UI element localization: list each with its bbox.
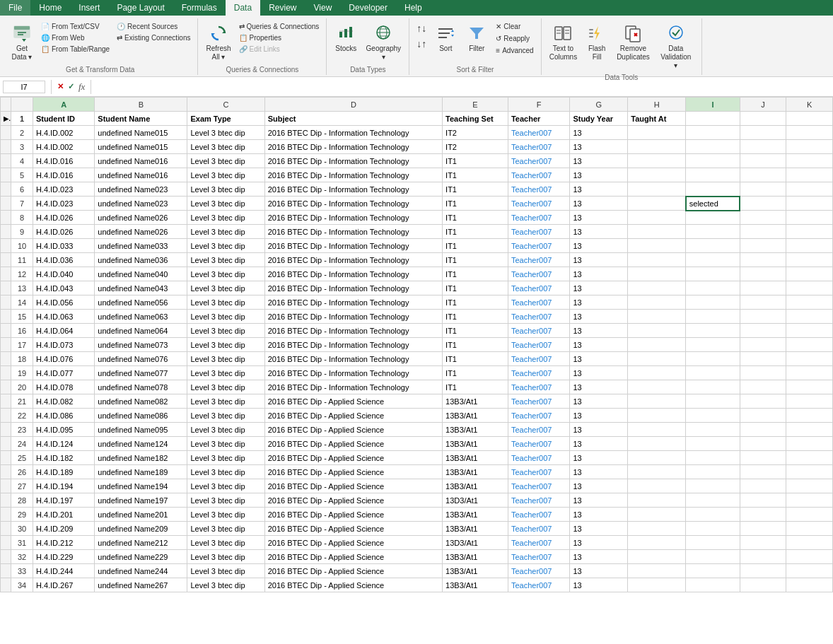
cell-d19[interactable]: 2016 BTEC Dip - Information Technology <box>264 366 442 380</box>
cell-g5[interactable]: 13 <box>570 168 628 182</box>
cell-i21[interactable] <box>686 394 740 409</box>
cell-h10[interactable] <box>628 239 686 253</box>
cell-g13[interactable]: 13 <box>570 281 628 295</box>
cell-d25[interactable]: 2016 BTEC Dip - Applied Science <box>264 451 442 465</box>
cell-a22[interactable]: H.4.ID.086 <box>33 409 94 423</box>
tab-developer[interactable]: Developer <box>340 0 396 16</box>
cell-k21[interactable] <box>786 394 833 409</box>
cell-g11[interactable]: 13 <box>570 253 628 267</box>
cell-b8[interactable]: undefined Name026 <box>95 211 187 225</box>
cell-a30[interactable]: H.4.ID.209 <box>33 522 94 536</box>
cell-d21[interactable]: 2016 BTEC Dip - Applied Science <box>264 394 442 409</box>
cell-g10[interactable]: 13 <box>570 239 628 253</box>
cell-b16[interactable]: undefined Name064 <box>95 324 187 338</box>
cell-k2[interactable] <box>786 126 833 140</box>
cell-g23[interactable]: 13 <box>570 423 628 437</box>
cell-b26[interactable]: undefined Name189 <box>95 465 187 479</box>
filter-button[interactable]: Filter <box>462 20 491 55</box>
cell-e7[interactable]: IT1 <box>443 197 508 211</box>
cell-e25[interactable]: 13B3/At1 <box>443 451 508 465</box>
insert-function-icon[interactable]: fx <box>78 81 85 93</box>
cell-i7[interactable]: selected <box>686 197 740 211</box>
cell-g30[interactable]: 13 <box>570 522 628 536</box>
cell-e26[interactable]: 13B3/At1 <box>443 465 508 479</box>
cell-a4[interactable]: H.4.ID.016 <box>33 154 94 168</box>
cell-k32[interactable] <box>786 550 833 564</box>
cell-i10[interactable] <box>686 239 740 253</box>
cell-e32[interactable]: 13B3/At1 <box>443 550 508 564</box>
cell-a5[interactable]: H.4.ID.016 <box>33 168 94 182</box>
cell-a19[interactable]: H.4.ID.077 <box>33 366 94 380</box>
cell-k33[interactable] <box>786 564 833 578</box>
cell-k5[interactable] <box>786 168 833 182</box>
cell-h7[interactable] <box>628 197 686 211</box>
cell-j16[interactable] <box>740 324 786 338</box>
cell-b18[interactable]: undefined Name076 <box>95 352 187 366</box>
cell-e19[interactable]: IT1 <box>443 366 508 380</box>
cell-i30[interactable] <box>686 522 740 536</box>
cell-g9[interactable]: 13 <box>570 225 628 239</box>
cell-d18[interactable]: 2016 BTEC Dip - Information Technology <box>264 352 442 366</box>
cell-g24[interactable]: 13 <box>570 437 628 451</box>
cell-c28[interactable]: Level 3 btec dip <box>187 493 264 508</box>
cell-i25[interactable] <box>686 451 740 465</box>
cell-a12[interactable]: H.4.ID.040 <box>33 267 94 281</box>
cell-f5[interactable]: Teacher007 <box>508 168 569 182</box>
cell-c31[interactable]: Level 3 btec dip <box>187 536 264 550</box>
cell-e3[interactable]: IT2 <box>443 140 508 154</box>
cell-j31[interactable] <box>740 536 786 550</box>
cell-j8[interactable] <box>740 211 786 225</box>
cell-d15[interactable]: 2016 BTEC Dip - Information Technology <box>264 310 442 324</box>
cell-f24[interactable]: Teacher007 <box>508 437 569 451</box>
cell-e31[interactable]: 13D3/At1 <box>443 536 508 550</box>
cell-j12[interactable] <box>740 267 786 281</box>
tab-page-layout[interactable]: Page Layout <box>108 0 173 16</box>
cell-f29[interactable]: Teacher007 <box>508 508 569 522</box>
col-header-c[interactable]: C <box>187 98 264 112</box>
cell-d9[interactable]: 2016 BTEC Dip - Information Technology <box>264 225 442 239</box>
cell-e16[interactable]: IT1 <box>443 324 508 338</box>
cell-a15[interactable]: H.4.ID.063 <box>33 310 94 324</box>
clear-button[interactable]: ✕ Clear <box>493 21 536 32</box>
cell-f13[interactable]: Teacher007 <box>508 281 569 295</box>
cell-f23[interactable]: Teacher007 <box>508 423 569 437</box>
cell-c32[interactable]: Level 3 btec dip <box>187 550 264 564</box>
refresh-all-button[interactable]: RefreshAll ▾ <box>202 20 234 64</box>
tab-data[interactable]: Data <box>226 0 260 16</box>
cell-j7[interactable] <box>740 197 786 211</box>
cell-i23[interactable] <box>686 423 740 437</box>
cell-h31[interactable] <box>628 536 686 550</box>
cell-c19[interactable]: Level 3 btec dip <box>187 366 264 380</box>
cell-a14[interactable]: H.4.ID.056 <box>33 295 94 310</box>
header-k[interactable] <box>786 112 833 126</box>
cell-d31[interactable]: 2016 BTEC Dip - Applied Science <box>264 536 442 550</box>
cell-j33[interactable] <box>740 564 786 578</box>
col-header-a[interactable]: A <box>33 98 94 112</box>
cell-c23[interactable]: Level 3 btec dip <box>187 423 264 437</box>
cell-h27[interactable] <box>628 479 686 493</box>
cell-d3[interactable]: 2016 BTEC Dip - Information Technology <box>264 140 442 154</box>
confirm-formula-icon[interactable]: ✓ <box>68 82 74 91</box>
cell-k20[interactable] <box>786 380 833 394</box>
cell-c15[interactable]: Level 3 btec dip <box>187 310 264 324</box>
cell-b21[interactable]: undefined Name082 <box>95 394 187 409</box>
cell-f31[interactable]: Teacher007 <box>508 536 569 550</box>
cell-k11[interactable] <box>786 253 833 267</box>
cell-i8[interactable] <box>686 211 740 225</box>
cell-i19[interactable] <box>686 366 740 380</box>
cell-g21[interactable]: 13 <box>570 394 628 409</box>
cell-b14[interactable]: undefined Name056 <box>95 295 187 310</box>
cell-e27[interactable]: 13B3/At1 <box>443 479 508 493</box>
cell-h29[interactable] <box>628 508 686 522</box>
cell-h34[interactable] <box>628 578 686 592</box>
cell-i34[interactable] <box>686 578 740 592</box>
cell-k24[interactable] <box>786 437 833 451</box>
cell-i27[interactable] <box>686 479 740 493</box>
cell-d5[interactable]: 2016 BTEC Dip - Information Technology <box>264 168 442 182</box>
header-student-name[interactable]: Student Name <box>95 112 187 126</box>
cell-f26[interactable]: Teacher007 <box>508 465 569 479</box>
cell-f32[interactable]: Teacher007 <box>508 550 569 564</box>
cell-c13[interactable]: Level 3 btec dip <box>187 281 264 295</box>
cell-f30[interactable]: Teacher007 <box>508 522 569 536</box>
tab-review[interactable]: Review <box>260 0 305 16</box>
